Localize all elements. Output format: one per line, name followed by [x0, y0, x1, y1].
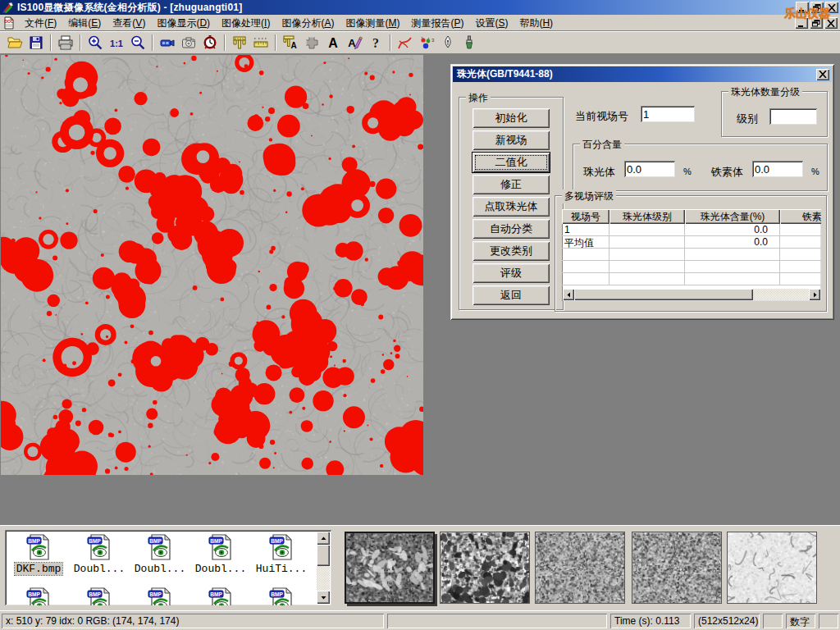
- help-button[interactable]: [365, 33, 386, 52]
- file-item[interactable]: Doubl...: [130, 533, 190, 575]
- file-item[interactable]: Doubl...: [69, 533, 130, 575]
- zoom-in-button[interactable]: [84, 33, 106, 52]
- level-input[interactable]: [769, 108, 817, 125]
- op-button-7[interactable]: 更改类别: [472, 241, 550, 261]
- scrollbar-thumb[interactable]: [574, 289, 753, 300]
- op-button-3[interactable]: 二值化: [472, 153, 550, 172]
- child-restore-button[interactable]: [810, 17, 823, 29]
- table-header-3[interactable]: 珠光体含量(%): [685, 209, 780, 224]
- menu-file[interactable]: 文件(F): [19, 15, 62, 32]
- zoom-out-icon: [130, 34, 146, 51]
- menu-image-process[interactable]: 图像处理(I): [216, 15, 276, 32]
- pen-tool-button[interactable]: [437, 33, 459, 52]
- child-close-button[interactable]: [824, 17, 838, 29]
- ruler-button[interactable]: [250, 33, 272, 52]
- bmp-file-icon: [207, 533, 235, 561]
- zoom-out-button[interactable]: [127, 33, 148, 52]
- table-cell: [609, 261, 685, 273]
- sample-thumbnail-5[interactable]: [727, 532, 817, 604]
- op-button-6[interactable]: 自动分类: [472, 219, 550, 239]
- table-header-2[interactable]: 珠光体级别: [609, 209, 685, 224]
- menu-items: 文件(F)编辑(E)查看(V)图像显示(D)图像处理(I)图像分析(A)图像测量…: [19, 15, 559, 32]
- table-header-1[interactable]: 视场号: [562, 209, 609, 224]
- child-minimize-button[interactable]: [795, 17, 808, 29]
- file-browser-scrollbar[interactable]: [317, 532, 330, 604]
- table-row[interactable]: [562, 249, 821, 261]
- capture-camera-button[interactable]: [178, 33, 199, 52]
- file-item[interactable]: Doubl...: [190, 533, 251, 575]
- file-item-partial[interactable]: [190, 587, 251, 605]
- sample-thumbnail-4[interactable]: [632, 532, 722, 604]
- scrollbar-track[interactable]: [317, 566, 330, 591]
- grid-cross-button[interactable]: [301, 33, 322, 52]
- pearlite-label: 珠光体: [583, 165, 615, 180]
- op-button-4[interactable]: 修正: [472, 175, 550, 194]
- app-close-button[interactable]: [825, 2, 838, 13]
- measure-text-button[interactable]: [280, 33, 301, 52]
- dialog-close-button[interactable]: [816, 69, 829, 80]
- file-item[interactable]: DKF.bmp: [8, 533, 69, 575]
- save-file-button[interactable]: [25, 33, 47, 52]
- op-button-8[interactable]: 评级: [472, 263, 550, 283]
- file-item-partial[interactable]: [69, 587, 130, 605]
- menu-help[interactable]: 帮助(H): [514, 15, 559, 32]
- toolbar-separator: [390, 34, 391, 51]
- menu-image-measure[interactable]: 图像测量(M): [340, 15, 405, 32]
- actual-size-button[interactable]: [106, 33, 127, 52]
- ferrite-percent-input[interactable]: [752, 161, 803, 177]
- particle-analysis-button[interactable]: [416, 33, 437, 52]
- menu-edit[interactable]: 编辑(E): [62, 15, 107, 32]
- sample-thumbnail-1[interactable]: [345, 532, 435, 604]
- scroll-left-button[interactable]: [563, 289, 574, 300]
- close-icon: [819, 71, 827, 78]
- video-camera-icon: [159, 34, 176, 51]
- table-horizontal-scrollbar[interactable]: [563, 289, 820, 300]
- arrow-left-icon: [566, 292, 572, 298]
- sample-thumbnail-3[interactable]: [535, 532, 625, 604]
- table-header-4[interactable]: 铁素体: [780, 209, 821, 224]
- op-button-1[interactable]: 初始化: [472, 108, 550, 128]
- percent-group: 百分含量 珠光体 % 铁素体 %: [573, 144, 828, 191]
- file-item-partial[interactable]: [251, 587, 312, 605]
- op-button-9[interactable]: 返回: [472, 285, 550, 305]
- scroll-right-button[interactable]: [809, 289, 820, 300]
- document-icon[interactable]: [2, 16, 16, 30]
- print-button[interactable]: [55, 33, 76, 52]
- text-annotate-button[interactable]: [322, 33, 344, 52]
- menu-measure-report[interactable]: 测量报告(P): [405, 15, 469, 32]
- open-file-button[interactable]: [4, 33, 25, 52]
- app-minimize-button[interactable]: [796, 2, 809, 13]
- ruler-icon: [253, 34, 269, 51]
- arrow-down-icon: [321, 595, 326, 600]
- scrollbar-thumb[interactable]: [317, 545, 330, 566]
- app-restore-button[interactable]: [810, 2, 824, 13]
- op-button-5[interactable]: 点取珠光体: [472, 197, 550, 217]
- menu-image-display[interactable]: 图像显示(D): [151, 15, 216, 32]
- pearlite-percent-input[interactable]: [624, 161, 675, 177]
- file-item[interactable]: HuiTi...: [251, 533, 312, 575]
- table-row[interactable]: 10.0: [562, 224, 821, 236]
- brush-tool-button[interactable]: [459, 33, 480, 52]
- dialog-title-bar[interactable]: 珠光体(GB/T9441-88): [453, 66, 832, 82]
- file-item-partial[interactable]: [130, 587, 190, 605]
- file-item-partial[interactable]: [8, 587, 69, 605]
- text-edit-button[interactable]: [344, 33, 365, 52]
- table-cell: [780, 273, 821, 285]
- menu-image-analysis[interactable]: 图像分析(A): [276, 15, 340, 32]
- sample-thumbnail-2[interactable]: [440, 532, 530, 604]
- scrollbar-track[interactable]: [753, 289, 809, 300]
- video-camera-button[interactable]: [157, 33, 178, 52]
- metallographic-image-binarized[interactable]: [1, 55, 423, 475]
- scroll-down-button[interactable]: [317, 591, 330, 604]
- caliper-button[interactable]: [229, 33, 250, 52]
- scroll-up-button[interactable]: [317, 532, 330, 545]
- menu-settings[interactable]: 设置(S): [469, 15, 514, 32]
- spline-curve-button[interactable]: [395, 33, 416, 52]
- table-row[interactable]: 平均值0.0: [562, 236, 821, 249]
- current-field-input[interactable]: [641, 106, 695, 122]
- menu-view[interactable]: 查看(V): [107, 15, 151, 32]
- op-button-2[interactable]: 新视场: [472, 130, 550, 150]
- table-row[interactable]: [562, 261, 821, 273]
- timer-clock-button[interactable]: [199, 33, 221, 52]
- table-row[interactable]: [562, 273, 821, 285]
